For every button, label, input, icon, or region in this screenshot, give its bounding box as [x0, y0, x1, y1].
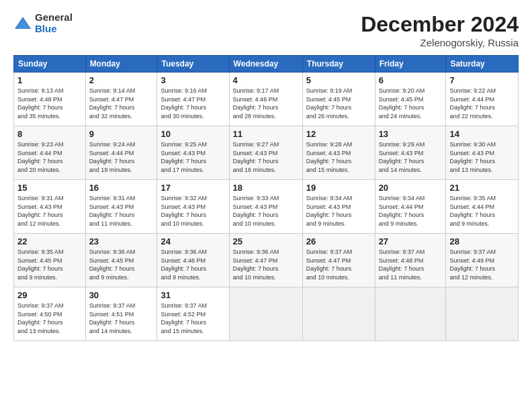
day-number: 16	[89, 183, 154, 193]
day-info: Sunrise: 9:35 AM Sunset: 4:44 PM Dayligh…	[449, 194, 515, 228]
day-info: Sunrise: 9:33 AM Sunset: 4:43 PM Dayligh…	[233, 194, 299, 228]
day-number: 10	[161, 129, 225, 139]
day-info: Sunrise: 9:37 AM Sunset: 4:47 PM Dayligh…	[306, 248, 371, 281]
day-number: 12	[306, 129, 371, 139]
logo-icon	[13, 14, 32, 33]
calendar-day-cell: 20Sunrise: 9:34 AM Sunset: 4:44 PM Dayli…	[375, 180, 446, 234]
calendar-day-cell: 18Sunrise: 9:33 AM Sunset: 4:43 PM Dayli…	[229, 180, 302, 234]
weekday-header-row: SundayMondayTuesdayWednesdayThursdayFrid…	[14, 56, 519, 73]
calendar-day-cell: 23Sunrise: 9:36 AM Sunset: 4:45 PM Dayli…	[85, 234, 157, 287]
day-number: 26	[306, 236, 371, 246]
calendar-week-row: 8Sunrise: 9:23 AM Sunset: 4:44 PM Daylig…	[14, 126, 519, 180]
day-number: 19	[306, 183, 371, 193]
calendar-day-cell: 25Sunrise: 9:36 AM Sunset: 4:47 PM Dayli…	[229, 234, 302, 287]
weekday-header: Thursday	[302, 56, 375, 73]
day-info: Sunrise: 9:37 AM Sunset: 4:48 PM Dayligh…	[379, 248, 443, 281]
day-number: 29	[17, 290, 82, 300]
day-info: Sunrise: 9:37 AM Sunset: 4:51 PM Dayligh…	[89, 302, 154, 335]
day-info: Sunrise: 9:24 AM Sunset: 4:44 PM Dayligh…	[89, 140, 154, 174]
day-info: Sunrise: 9:35 AM Sunset: 4:45 PM Dayligh…	[17, 248, 82, 281]
day-number: 2	[89, 75, 154, 85]
day-info: Sunrise: 9:14 AM Sunset: 4:47 PM Dayligh…	[89, 87, 154, 120]
day-number: 22	[17, 236, 82, 246]
day-info: Sunrise: 9:25 AM Sunset: 4:43 PM Dayligh…	[161, 140, 225, 174]
day-number: 27	[379, 236, 443, 246]
day-info: Sunrise: 9:20 AM Sunset: 4:45 PM Dayligh…	[379, 87, 443, 120]
weekday-header: Monday	[85, 56, 157, 73]
page: General Blue December 2024 Zelenogorskiy…	[0, 0, 532, 411]
day-info: Sunrise: 9:27 AM Sunset: 4:43 PM Dayligh…	[233, 140, 299, 174]
calendar-day-cell: 10Sunrise: 9:25 AM Sunset: 4:43 PM Dayli…	[157, 126, 229, 180]
day-info: Sunrise: 9:36 AM Sunset: 4:45 PM Dayligh…	[89, 248, 154, 281]
calendar-day-cell: 3Sunrise: 9:16 AM Sunset: 4:47 PM Daylig…	[157, 73, 229, 126]
weekday-header: Friday	[375, 56, 446, 73]
day-number: 30	[89, 290, 154, 300]
day-info: Sunrise: 9:23 AM Sunset: 4:44 PM Dayligh…	[17, 140, 82, 174]
title-block: December 2024 Zelenogorskiy, Russia	[361, 12, 519, 48]
calendar-day-cell	[446, 287, 519, 341]
calendar-day-cell: 5Sunrise: 9:19 AM Sunset: 4:45 PM Daylig…	[302, 73, 375, 126]
day-number: 31	[161, 290, 225, 300]
logo-blue: Blue	[35, 24, 73, 35]
calendar-day-cell: 19Sunrise: 9:34 AM Sunset: 4:43 PM Dayli…	[302, 180, 375, 234]
header: General Blue December 2024 Zelenogorskiy…	[13, 12, 519, 48]
month-title: December 2024	[361, 12, 519, 37]
calendar-day-cell: 21Sunrise: 9:35 AM Sunset: 4:44 PM Dayli…	[446, 180, 519, 234]
logo: General Blue	[13, 12, 73, 34]
weekday-header: Wednesday	[229, 56, 302, 73]
day-number: 23	[89, 236, 154, 246]
day-info: Sunrise: 9:17 AM Sunset: 4:46 PM Dayligh…	[233, 87, 299, 120]
calendar-day-cell: 11Sunrise: 9:27 AM Sunset: 4:43 PM Dayli…	[229, 126, 302, 180]
calendar-day-cell: 28Sunrise: 9:37 AM Sunset: 4:49 PM Dayli…	[446, 234, 519, 287]
weekday-header: Sunday	[14, 56, 86, 73]
day-info: Sunrise: 9:29 AM Sunset: 4:43 PM Dayligh…	[379, 140, 443, 174]
calendar-day-cell: 22Sunrise: 9:35 AM Sunset: 4:45 PM Dayli…	[14, 234, 86, 287]
day-number: 18	[233, 183, 299, 193]
calendar-day-cell: 31Sunrise: 9:37 AM Sunset: 4:52 PM Dayli…	[157, 287, 229, 341]
calendar-day-cell: 14Sunrise: 9:30 AM Sunset: 4:43 PM Dayli…	[446, 126, 519, 180]
day-info: Sunrise: 9:37 AM Sunset: 4:49 PM Dayligh…	[449, 248, 515, 281]
day-number: 11	[233, 129, 299, 139]
day-number: 15	[17, 183, 82, 193]
calendar-day-cell	[375, 287, 446, 341]
calendar-week-row: 29Sunrise: 9:37 AM Sunset: 4:50 PM Dayli…	[14, 287, 519, 341]
day-number: 8	[17, 129, 82, 139]
day-info: Sunrise: 9:34 AM Sunset: 4:44 PM Dayligh…	[379, 194, 443, 228]
day-number: 4	[233, 75, 299, 85]
calendar-day-cell: 8Sunrise: 9:23 AM Sunset: 4:44 PM Daylig…	[14, 126, 86, 180]
day-info: Sunrise: 9:36 AM Sunset: 4:46 PM Dayligh…	[161, 248, 225, 281]
day-info: Sunrise: 9:28 AM Sunset: 4:43 PM Dayligh…	[306, 140, 371, 174]
calendar-day-cell: 29Sunrise: 9:37 AM Sunset: 4:50 PM Dayli…	[14, 287, 86, 341]
location: Zelenogorskiy, Russia	[361, 37, 519, 48]
day-number: 3	[161, 75, 225, 85]
day-info: Sunrise: 9:19 AM Sunset: 4:45 PM Dayligh…	[306, 87, 371, 120]
calendar: SundayMondayTuesdayWednesdayThursdayFrid…	[13, 55, 519, 341]
calendar-day-cell: 24Sunrise: 9:36 AM Sunset: 4:46 PM Dayli…	[157, 234, 229, 287]
day-number: 14	[449, 129, 515, 139]
day-number: 13	[379, 129, 443, 139]
day-info: Sunrise: 9:13 AM Sunset: 4:48 PM Dayligh…	[17, 87, 82, 120]
day-info: Sunrise: 9:32 AM Sunset: 4:43 PM Dayligh…	[161, 194, 225, 228]
day-info: Sunrise: 9:22 AM Sunset: 4:44 PM Dayligh…	[449, 87, 515, 120]
day-info: Sunrise: 9:37 AM Sunset: 4:52 PM Dayligh…	[161, 302, 225, 335]
day-info: Sunrise: 9:16 AM Sunset: 4:47 PM Dayligh…	[161, 87, 225, 120]
day-number: 28	[449, 236, 515, 246]
day-number: 7	[449, 75, 515, 85]
calendar-week-row: 1Sunrise: 9:13 AM Sunset: 4:48 PM Daylig…	[14, 73, 519, 126]
calendar-week-row: 15Sunrise: 9:31 AM Sunset: 4:43 PM Dayli…	[14, 180, 519, 234]
calendar-day-cell: 16Sunrise: 9:31 AM Sunset: 4:43 PM Dayli…	[85, 180, 157, 234]
day-info: Sunrise: 9:34 AM Sunset: 4:43 PM Dayligh…	[306, 194, 371, 228]
calendar-day-cell: 30Sunrise: 9:37 AM Sunset: 4:51 PM Dayli…	[85, 287, 157, 341]
day-info: Sunrise: 9:31 AM Sunset: 4:43 PM Dayligh…	[17, 194, 82, 228]
day-number: 24	[161, 236, 225, 246]
calendar-day-cell: 1Sunrise: 9:13 AM Sunset: 4:48 PM Daylig…	[14, 73, 86, 126]
calendar-day-cell: 9Sunrise: 9:24 AM Sunset: 4:44 PM Daylig…	[85, 126, 157, 180]
logo-general: General	[35, 12, 73, 24]
calendar-day-cell: 13Sunrise: 9:29 AM Sunset: 4:43 PM Dayli…	[375, 126, 446, 180]
day-info: Sunrise: 9:37 AM Sunset: 4:50 PM Dayligh…	[17, 302, 82, 335]
calendar-day-cell: 4Sunrise: 9:17 AM Sunset: 4:46 PM Daylig…	[229, 73, 302, 126]
day-number: 6	[379, 75, 443, 85]
day-info: Sunrise: 9:31 AM Sunset: 4:43 PM Dayligh…	[89, 194, 154, 228]
day-number: 1	[17, 75, 82, 85]
day-info: Sunrise: 9:30 AM Sunset: 4:43 PM Dayligh…	[449, 140, 515, 174]
